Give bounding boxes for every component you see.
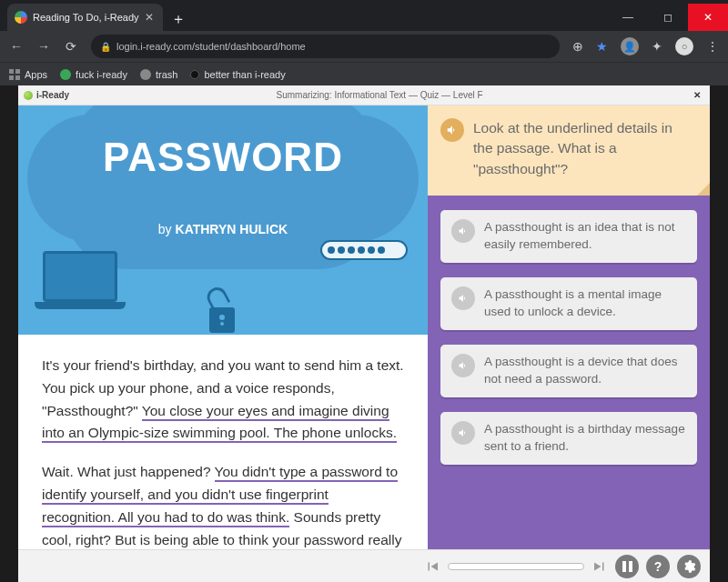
- question-panel: Look at the underlined details in the pa…: [428, 105, 710, 549]
- iready-logo-icon: [24, 91, 33, 100]
- bookmark-label: better than i-ready: [204, 69, 285, 80]
- bookmark-label: fuck i-ready: [76, 69, 127, 80]
- passage-panel: PASSWORD by KATHRYN HULICK: [18, 105, 428, 549]
- apps-label: Apps: [25, 69, 47, 80]
- play-audio-button[interactable]: [451, 354, 475, 377]
- page-slider[interactable]: [448, 563, 584, 570]
- byline-prefix: by: [158, 222, 176, 236]
- apps-button[interactable]: Apps: [9, 69, 47, 80]
- browser-tab[interactable]: Reading To Do, i-Ready ✕: [7, 4, 163, 31]
- passage-paragraph-2: Wait. What just happened? You didn't typ…: [42, 461, 404, 549]
- lock-icon: 🔒: [100, 42, 111, 52]
- tab-close-icon[interactable]: ✕: [145, 11, 154, 24]
- tab-title: Reading To Do, i-Ready: [33, 12, 139, 23]
- speaker-icon: [458, 226, 469, 236]
- pause-icon: [622, 561, 632, 572]
- window-buttons: ― ◻ ✕: [608, 4, 728, 31]
- play-audio-button[interactable]: [451, 219, 475, 243]
- bookmark-favicon: [140, 69, 151, 80]
- extensions-icon[interactable]: ✦: [652, 39, 662, 54]
- passage-title: PASSWORD: [18, 135, 428, 180]
- answer-choice-0[interactable]: A passthought is an idea that is not eas…: [440, 210, 697, 263]
- laptop-illustration: [35, 251, 126, 316]
- play-audio-button[interactable]: [451, 286, 475, 310]
- question-prompt: Look at the underlined details in the pa…: [428, 105, 710, 196]
- tab-favicon: [15, 11, 27, 24]
- iready-body: PASSWORD by KATHRYN HULICK: [18, 105, 710, 549]
- nav-forward-icon[interactable]: →: [36, 39, 51, 54]
- menu-icon[interactable]: ⋮: [706, 39, 719, 54]
- bookmark-item-2[interactable]: better than i-ready: [190, 69, 285, 80]
- nav-back-icon[interactable]: ←: [9, 39, 24, 54]
- speaker-icon: [446, 124, 459, 136]
- passage-author: KATHRYN HULICK: [176, 222, 288, 236]
- nav-reload-icon[interactable]: ⟳: [64, 39, 78, 54]
- speaker-icon: [458, 360, 469, 371]
- answer-text: A passthought is an idea that is not eas…: [484, 219, 686, 254]
- answer-choice-2[interactable]: A passthought is a device that does not …: [440, 345, 697, 397]
- page-viewport: i-Ready Summarizing: Informational Text …: [0, 85, 728, 582]
- address-bar[interactable]: 🔒 login.i-ready.com/student/dashboard/ho…: [91, 35, 560, 58]
- bookmark-label: trash: [156, 69, 177, 80]
- gear-icon: [682, 559, 696, 574]
- lesson-breadcrumb: Summarizing: Informational Text — Quiz —…: [69, 90, 690, 100]
- settings-button[interactable]: [677, 555, 701, 578]
- new-tab-button[interactable]: ＋: [167, 7, 190, 31]
- window-maximize-button[interactable]: ◻: [648, 4, 688, 31]
- browser-titlebar: Reading To Do, i-Ready ✕ ＋ ― ◻ ✕: [0, 0, 728, 31]
- window-close-button[interactable]: ✕: [688, 4, 728, 31]
- bookmark-item-0[interactable]: fuck i-ready: [60, 69, 127, 80]
- iready-header: i-Ready Summarizing: Informational Text …: [18, 85, 710, 105]
- answer-text: A passthought is a birthday message sent…: [484, 421, 686, 456]
- answer-choices: A passthought is an idea that is not eas…: [428, 196, 710, 478]
- star-icon[interactable]: ★: [596, 39, 608, 54]
- password-field-illustration: [320, 240, 408, 260]
- bookmark-item-1[interactable]: trash: [140, 69, 177, 80]
- answer-choice-1[interactable]: A passthought is a mental image used to …: [440, 277, 697, 330]
- pause-button[interactable]: [615, 555, 639, 578]
- answer-choice-3[interactable]: A passthought is a birthday message sent…: [440, 412, 697, 465]
- answer-text: A passthought is a device that does not …: [484, 354, 686, 388]
- help-icon: ?: [654, 559, 662, 574]
- lesson-close-button[interactable]: ✕: [690, 90, 704, 100]
- bookmarks-bar: Apps fuck i-ready trash better than i-re…: [0, 62, 728, 85]
- padlock-illustration: [209, 291, 238, 335]
- search-icon[interactable]: ⊕: [572, 39, 583, 54]
- passage-paragraph-1: It's your friend's birthday, and you wan…: [42, 355, 404, 445]
- bookmark-favicon: [60, 69, 71, 80]
- account-avatar[interactable]: ○: [675, 37, 693, 55]
- play-audio-button[interactable]: [451, 421, 475, 445]
- iready-logo: i-Ready: [24, 90, 69, 100]
- lesson-footer: ?: [18, 549, 710, 582]
- window-minimize-button[interactable]: ―: [608, 4, 648, 31]
- profile-avatar-icon[interactable]: 👤: [621, 37, 639, 55]
- help-button[interactable]: ?: [646, 555, 670, 578]
- skip-forward-icon: [592, 558, 608, 575]
- url-text: login.i-ready.com/student/dashboard/home: [116, 41, 306, 52]
- skip-back-icon: [424, 558, 440, 575]
- play-audio-button[interactable]: [440, 118, 464, 142]
- question-prompt-text: Look at the underlined details in the pa…: [473, 118, 693, 179]
- apps-grid-icon: [9, 69, 20, 80]
- speaker-icon: [458, 427, 469, 438]
- passage-text: It's your friend's birthday, and you wan…: [18, 335, 428, 549]
- browser-toolbar: ← → ⟳ 🔒 login.i-ready.com/student/dashbo…: [0, 31, 728, 62]
- bookmark-favicon: [190, 70, 199, 79]
- answer-text: A passthought is a mental image used to …: [484, 286, 686, 321]
- speaker-icon: [458, 293, 469, 304]
- page-prev-button[interactable]: [424, 558, 440, 575]
- page-next-button[interactable]: [592, 558, 608, 575]
- iready-brand: i-Ready: [36, 90, 69, 100]
- passage-hero: PASSWORD by KATHRYN HULICK: [18, 105, 428, 335]
- passage-byline: by KATHRYN HULICK: [18, 222, 428, 236]
- iready-frame: i-Ready Summarizing: Informational Text …: [18, 85, 710, 582]
